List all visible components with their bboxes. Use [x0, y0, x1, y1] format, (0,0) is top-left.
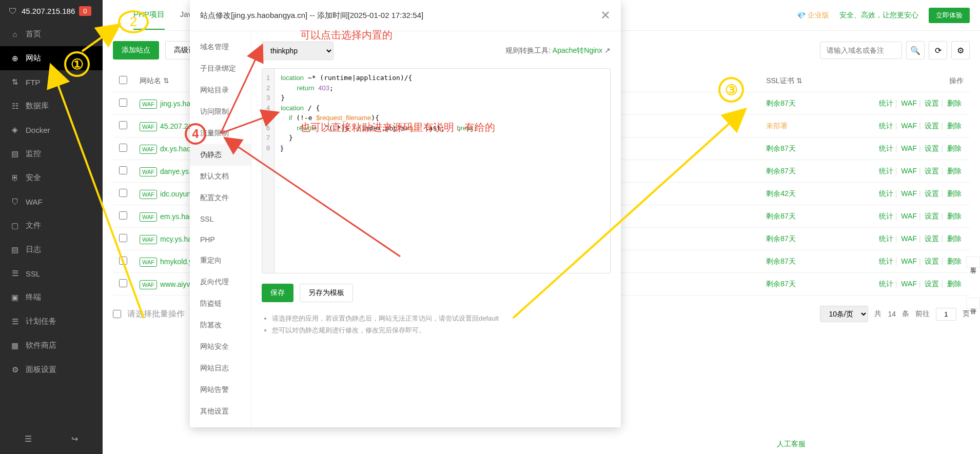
search-button[interactable]: 🔍 — [906, 41, 925, 60]
modal-tab-防盗链[interactable]: 防盗链 — [190, 293, 251, 314]
modal-tab-配置文件[interactable]: 配置文件 — [190, 187, 251, 209]
code-editor[interactable]: 12345678 location ~* (runtime|applicatio… — [262, 68, 611, 273]
modal-tab-伪静态[interactable]: 伪静态 — [190, 144, 251, 166]
sidebar-item-folder[interactable]: ▢文件 — [0, 213, 103, 238]
row-checkbox[interactable] — [119, 144, 127, 152]
delete-link[interactable]: 删除 — [947, 212, 962, 220]
settings-link[interactable]: 设置 — [925, 99, 939, 107]
modal-tab-网站告警[interactable]: 网站告警 — [190, 379, 251, 401]
ssl-status[interactable]: 剩余87天 — [766, 212, 796, 220]
save-button[interactable]: 保存 — [262, 284, 293, 302]
modal-tab-SSL[interactable]: SSL — [190, 209, 251, 229]
modal-tab-反向代理[interactable]: 反向代理 — [190, 271, 251, 293]
waf-link[interactable]: WAF — [901, 280, 917, 288]
stats-link[interactable]: 统计 — [879, 167, 893, 175]
modal-tab-网站目录[interactable]: 网站目录 — [190, 80, 251, 101]
settings-link[interactable]: 设置 — [925, 144, 939, 152]
page-input[interactable] — [936, 308, 956, 321]
waf-link[interactable]: WAF — [901, 99, 917, 107]
col-ssl[interactable]: SSL证书 ⇅ — [760, 70, 829, 92]
stats-link[interactable]: 统计 — [879, 257, 893, 265]
sidebar-item-home[interactable]: ⌂首页 — [0, 22, 103, 46]
row-checkbox[interactable] — [119, 279, 127, 287]
notification-badge[interactable]: 0 — [79, 6, 91, 16]
sidebar-item-globe[interactable]: ⊕网站 — [0, 46, 103, 70]
collapse-icon[interactable]: ☰ — [25, 434, 32, 444]
delete-link[interactable]: 删除 — [947, 257, 962, 265]
delete-link[interactable]: 删除 — [947, 122, 962, 130]
code-content[interactable]: location ~* (runtime|application)/{ retu… — [275, 69, 610, 273]
settings-link[interactable]: 设置 — [925, 122, 939, 130]
waf-link[interactable]: WAF — [901, 167, 917, 175]
close-icon[interactable]: ✕ — [600, 8, 611, 23]
stats-link[interactable]: 统计 — [879, 122, 893, 130]
settings-link[interactable]: 设置 — [925, 257, 939, 265]
modal-tab-PHP[interactable]: PHP — [190, 229, 251, 250]
ssl-status[interactable]: 剩余87天 — [766, 257, 796, 265]
sidebar-item-docker[interactable]: ◈Docker — [0, 118, 103, 142]
sidebar-item-log[interactable]: ▤日志 — [0, 238, 103, 262]
ssl-status[interactable]: 剩余87天 — [766, 234, 796, 243]
save-template-button[interactable]: 另存为模板 — [300, 284, 353, 302]
exit-icon[interactable]: ↪ — [71, 434, 78, 444]
delete-link[interactable]: 删除 — [947, 280, 962, 288]
row-checkbox[interactable] — [119, 98, 127, 107]
human-service[interactable]: 人工客服 — [777, 440, 806, 449]
row-checkbox[interactable] — [119, 121, 127, 129]
sidebar-item-monitor[interactable]: ▤监控 — [0, 142, 103, 166]
try-button[interactable]: 立即体验 — [929, 8, 970, 23]
waf-link[interactable]: WAF — [901, 189, 917, 198]
row-checkbox[interactable] — [119, 189, 127, 197]
ssl-status[interactable]: 剩余87天 — [766, 144, 796, 152]
modal-tab-网站日志[interactable]: 网站日志 — [190, 358, 251, 379]
sidebar-item-waf[interactable]: ⛉WAF — [0, 190, 103, 213]
settings-button[interactable]: ⚙ — [951, 41, 970, 60]
delete-link[interactable]: 删除 — [947, 99, 962, 107]
sidebar-item-shield[interactable]: ⛨安全 — [0, 166, 103, 190]
delete-link[interactable]: 删除 — [947, 189, 962, 198]
enterprise-badge[interactable]: 💎 企业版 — [797, 11, 829, 20]
modal-tab-默认文档[interactable]: 默认文档 — [190, 166, 251, 187]
stats-link[interactable]: 统计 — [879, 99, 893, 107]
search-input[interactable] — [820, 42, 902, 59]
stats-link[interactable]: 统计 — [879, 280, 893, 288]
waf-link[interactable]: WAF — [901, 257, 917, 265]
modal-tab-子目录绑定[interactable]: 子目录绑定 — [190, 58, 251, 80]
stats-link[interactable]: 统计 — [879, 234, 893, 243]
modal-tab-域名管理[interactable]: 域名管理 — [190, 36, 251, 58]
ssl-status[interactable]: 剩余87天 — [766, 167, 796, 175]
float-service[interactable]: 客服 — [966, 256, 980, 268]
sidebar-item-task[interactable]: ☰计划任务 — [0, 309, 103, 333]
sidebar-item-ftp[interactable]: ⇅FTP — [0, 70, 103, 94]
row-checkbox[interactable] — [119, 166, 127, 174]
sidebar-item-ssl[interactable]: ☰SSL — [0, 262, 103, 285]
stats-link[interactable]: 统计 — [879, 212, 893, 220]
ssl-status[interactable]: 剩余87天 — [766, 280, 796, 288]
stats-link[interactable]: 统计 — [879, 144, 893, 152]
modal-tab-重定向[interactable]: 重定向 — [190, 250, 251, 271]
modal-tab-防篡改[interactable]: 防篡改 — [190, 314, 251, 336]
row-checkbox[interactable] — [119, 234, 127, 242]
ssl-status[interactable]: 未部署 — [766, 122, 788, 130]
stats-link[interactable]: 统计 — [879, 189, 893, 198]
sidebar-item-db[interactable]: ☷数据库 — [0, 94, 103, 118]
sidebar-item-terminal[interactable]: ▣终端 — [0, 285, 103, 309]
batch-checkbox[interactable] — [113, 310, 121, 318]
delete-link[interactable]: 删除 — [947, 167, 962, 175]
settings-link[interactable]: 设置 — [925, 280, 939, 288]
sidebar-item-settings[interactable]: ⚙面板设置 — [0, 358, 103, 382]
select-all-checkbox[interactable] — [119, 76, 127, 84]
ssl-status[interactable]: 剩余87天 — [766, 99, 796, 107]
ssl-status[interactable]: 剩余42天 — [766, 189, 796, 198]
waf-link[interactable]: WAF — [901, 212, 917, 220]
waf-link[interactable]: WAF — [901, 122, 917, 130]
settings-link[interactable]: 设置 — [925, 189, 939, 198]
row-checkbox[interactable] — [119, 256, 127, 265]
row-checkbox[interactable] — [119, 211, 127, 220]
delete-link[interactable]: 删除 — [947, 234, 962, 243]
modal-tab-流量限制[interactable]: 流量限制 — [190, 123, 251, 144]
waf-link[interactable]: WAF — [901, 234, 917, 243]
delete-link[interactable]: 删除 — [947, 144, 962, 152]
modal-tab-访问限制[interactable]: 访问限制 — [190, 101, 251, 123]
modal-tab-其他设置[interactable]: 其他设置 — [190, 401, 251, 422]
